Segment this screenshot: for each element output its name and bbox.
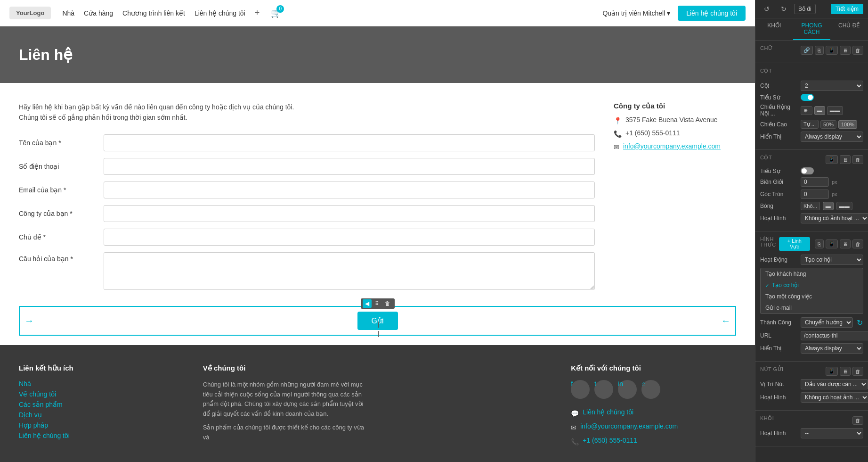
logo[interactable]: YourLogo bbox=[9, 7, 51, 19]
discard-button[interactable]: Bỏ đi bbox=[794, 4, 816, 14]
chu-desktop-icon[interactable]: 🖥 bbox=[840, 46, 851, 55]
question-textarea[interactable] bbox=[104, 252, 595, 290]
footer-link-contact[interactable]: Liên hệ chúng tôi bbox=[19, 432, 184, 439]
social-linkedin[interactable]: in bbox=[618, 380, 637, 399]
nav-contact[interactable]: Liên hệ chúng tôi bbox=[195, 9, 245, 17]
bong-value[interactable]: Khô... bbox=[801, 202, 820, 210]
tab-khoi[interactable]: KHỐI bbox=[755, 18, 793, 40]
chu-link-icon[interactable]: 🔗 bbox=[801, 46, 813, 55]
thanh-cong-label: Thành Công bbox=[760, 319, 798, 326]
linh-vuc-tag[interactable]: + Linh Vực bbox=[779, 237, 810, 251]
footer-contact-email-addr[interactable]: info@yourcompany.example.com bbox=[580, 422, 678, 430]
hien-thi-hinh-thuc-select[interactable]: Always display bbox=[801, 343, 863, 354]
cursor-bottom-icon: I bbox=[378, 330, 380, 339]
arrow-left-icon[interactable]: → bbox=[24, 315, 34, 326]
contact-address: 📍 3575 Fake Buena Vista Avenue bbox=[614, 116, 736, 124]
footer-link-services[interactable]: Dịch vụ bbox=[19, 411, 184, 419]
chieu-cao-100[interactable]: 100% bbox=[838, 120, 857, 129]
footer-link-about[interactable]: Về chúng tôi bbox=[19, 390, 184, 398]
khoi-delete-icon[interactable]: 🗑 bbox=[852, 416, 863, 425]
phone-input[interactable] bbox=[104, 158, 595, 175]
chieu-cao-auto[interactable]: Tự ... bbox=[801, 120, 819, 129]
hinh-thuc-mobile-icon[interactable]: 📱 bbox=[826, 239, 838, 248]
hoat-hinh-khoi-select[interactable]: -- bbox=[801, 428, 863, 438]
chu-mobile-icon[interactable]: 📱 bbox=[826, 46, 838, 55]
dropdown-tao-cong-viec[interactable]: Tạo một công việc bbox=[761, 291, 863, 302]
thanh-cong-select[interactable]: Chuyển hướng bbox=[801, 317, 853, 328]
cta-button[interactable]: Liên hệ chúng tôi bbox=[678, 6, 746, 21]
chieu-rong-btn3[interactable]: ▬▬ bbox=[827, 106, 843, 115]
url-input[interactable] bbox=[801, 331, 868, 340]
email-label: Email của bạn * bbox=[19, 186, 104, 194]
tab-chu-de[interactable]: CHỦ ĐỀ bbox=[830, 18, 868, 40]
bien-gioi-input[interactable] bbox=[801, 177, 829, 187]
hinh-thuc-desktop-icon[interactable]: 🖥 bbox=[840, 239, 851, 248]
company-input[interactable] bbox=[104, 205, 595, 222]
hinh-thuc-copy-icon[interactable]: ⎘ bbox=[815, 239, 824, 248]
hoat-hinh-nut-select[interactable]: Không có hoạt ảnh ... bbox=[801, 392, 868, 403]
hinh-thuc-delete-icon[interactable]: 🗑 bbox=[852, 239, 863, 248]
nut-gui-title: Nút Gửi bbox=[760, 366, 823, 372]
chieu-rong-btn1[interactable]: ⊕- bbox=[801, 106, 812, 115]
nut-gui-delete-icon[interactable]: 🗑 bbox=[852, 367, 863, 376]
refresh-icon[interactable]: ↻ bbox=[856, 317, 863, 328]
vi-tri-nut-select[interactable]: Đầu vào được căn ... bbox=[801, 379, 868, 389]
footer-link-home[interactable]: Nhà bbox=[19, 380, 184, 388]
hien-thi-top-select[interactable]: Always display bbox=[801, 132, 863, 142]
tab-phong-cach[interactable]: PHONG CÁCH bbox=[793, 18, 831, 40]
undo-button[interactable]: ↺ bbox=[760, 4, 773, 14]
chieu-rong-btn2[interactable]: ▬ bbox=[814, 106, 825, 115]
nav-store[interactable]: Cửa hàng bbox=[84, 9, 113, 17]
nut-gui-desktop-icon[interactable]: 🖥 bbox=[840, 367, 851, 376]
footer-about-more: Sản phẩm của chúng tôi được thiết kế cho… bbox=[203, 423, 368, 443]
hoat-dong-dropdown: Tạo khách hàng ✓ Tạo cơ hội Tạo một công… bbox=[760, 268, 863, 314]
nav-home[interactable]: Nhà bbox=[62, 9, 74, 17]
footer-contact-email-row: 💬 Liên hệ chúng tôi bbox=[571, 408, 736, 419]
hien-thi-top-label: Hiển Thị bbox=[760, 133, 798, 140]
subject-input[interactable] bbox=[104, 229, 595, 246]
cart-icon[interactable]: 🛒0 bbox=[271, 8, 281, 18]
bong-btn2[interactable]: ▬▬ bbox=[836, 202, 852, 210]
arrow-right-icon[interactable]: ← bbox=[721, 315, 730, 326]
hoat-hinh-bottom-select[interactable]: Không có ảnh hoạt ... bbox=[801, 213, 868, 223]
footer-contact-email-link[interactable]: Liên hệ chúng tôi bbox=[583, 408, 633, 416]
name-input[interactable] bbox=[104, 134, 595, 151]
dropdown-gui-email[interactable]: Gửi e-mail bbox=[761, 302, 863, 314]
toolbar-grid-btn[interactable]: ⠿ bbox=[373, 299, 381, 308]
cot-mobile-icon[interactable]: 📱 bbox=[826, 155, 838, 164]
add-nav-item-button[interactable]: + bbox=[255, 8, 260, 18]
footer-contact-phone[interactable]: +1 (650) 555-0111 bbox=[583, 437, 637, 444]
social-home[interactable]: ⌂ bbox=[641, 380, 660, 399]
toolbar-delete-btn[interactable]: 🗑 bbox=[382, 299, 393, 308]
cot-delete-icon[interactable]: 🗑 bbox=[852, 155, 863, 164]
chu-copy-icon[interactable]: ⎘ bbox=[815, 46, 824, 55]
save-button[interactable]: Tiết kiệm bbox=[831, 4, 863, 14]
tieu-su-bottom-toggle[interactable] bbox=[801, 167, 814, 174]
email-input[interactable] bbox=[104, 182, 595, 198]
social-facebook[interactable]: f bbox=[571, 380, 590, 399]
cot-desktop-icon[interactable]: 🖥 bbox=[840, 155, 851, 164]
chu-delete-icon[interactable]: 🗑 bbox=[852, 46, 863, 55]
toolbar-left-btn[interactable]: ◀ bbox=[363, 299, 372, 308]
vi-tri-nut-row: Vị Trí Nút Đầu vào được căn ... bbox=[760, 379, 863, 389]
hoat-dong-row: Hoạt Động Tạo cơ hội bbox=[760, 255, 863, 265]
nut-gui-mobile-icon[interactable]: 📱 bbox=[826, 367, 838, 376]
footer-link-products[interactable]: Các sản phẩm bbox=[19, 401, 184, 408]
redo-button[interactable]: ↻ bbox=[777, 4, 790, 14]
dropdown-tao-khach-hang[interactable]: Tạo khách hàng bbox=[761, 268, 863, 280]
hoat-dong-select[interactable]: Tạo cơ hội bbox=[801, 255, 863, 265]
chieu-cao-50[interactable]: 50% bbox=[820, 120, 836, 129]
location-icon: 📍 bbox=[614, 117, 622, 124]
bong-btn1[interactable]: ▬ bbox=[823, 202, 834, 210]
hinh-thuc-title: Hình Thức bbox=[760, 236, 776, 248]
social-twitter[interactable]: t bbox=[594, 380, 613, 399]
tieu-su-top-toggle[interactable] bbox=[801, 94, 814, 101]
admin-menu[interactable]: Quản trị viên Mitchell ▾ bbox=[602, 9, 670, 17]
nav-affiliate[interactable]: Chương trình liên kết bbox=[122, 9, 185, 17]
footer-link-legal[interactable]: Hợp pháp bbox=[19, 421, 184, 429]
hoat-hinh-bottom-label: Hoạt Hình bbox=[760, 215, 798, 222]
col-select[interactable]: 2 bbox=[801, 81, 863, 91]
contact-email-link[interactable]: info@yourcompany.example.com bbox=[623, 142, 721, 150]
dropdown-tao-co-hoi[interactable]: ✓ Tạo cơ hội bbox=[761, 280, 863, 291]
goc-tron-input[interactable] bbox=[801, 190, 829, 199]
